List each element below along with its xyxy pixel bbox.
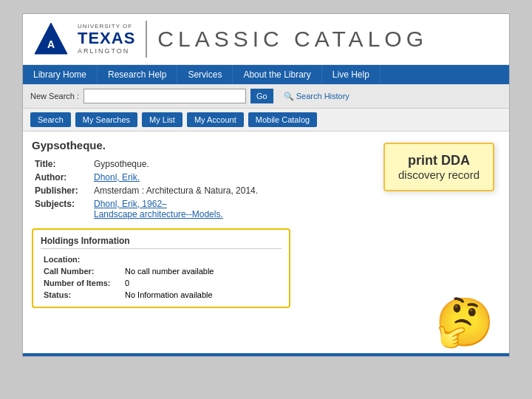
holdings-label-location: Location: <box>41 253 122 265</box>
search-input[interactable] <box>83 89 246 103</box>
nav-services[interactable]: Services <box>177 65 233 84</box>
page-container: A UNIVERSITY OF TEXAS ARLINGTON CLASSIC … <box>22 13 510 357</box>
table-row: Call Number: No call number available <box>41 265 282 277</box>
holdings-value-status: No Information available <box>122 289 282 301</box>
my-searches-button[interactable]: My Searches <box>75 112 137 127</box>
table-row: Number of Items: 0 <box>41 277 282 289</box>
nav-bar: Library Home Research Help Services Abou… <box>23 65 509 84</box>
my-list-button[interactable]: My List <box>142 112 183 127</box>
field-label-subjects: Subjects: <box>32 197 91 221</box>
holdings-label-items: Number of Items: <box>41 277 122 289</box>
tooltip-line1: print DDA <box>398 153 480 168</box>
field-label-publisher: Publisher: <box>32 184 91 197</box>
holdings-label-callnumber: Call Number: <box>41 265 122 277</box>
second-nav: Search My Searches My List My Account Mo… <box>23 109 509 132</box>
nav-research-help[interactable]: Research Help <box>98 65 177 84</box>
go-button[interactable]: Go <box>250 89 273 103</box>
holdings-table: Location: Call Number: No call number av… <box>41 253 282 301</box>
holdings-value-callnumber: No call number available <box>122 265 282 277</box>
logo-text: UNIVERSITY OF TEXAS ARLINGTON <box>78 24 135 55</box>
search-label: New Search : <box>30 92 79 100</box>
table-row: Location: <box>41 253 282 265</box>
field-label-author: Author: <box>32 171 91 184</box>
nav-library-home[interactable]: Library Home <box>23 65 98 84</box>
texas-label: TEXAS <box>78 30 135 47</box>
search-bar: New Search : Go 🔍 Search History <box>23 84 509 109</box>
field-value-subjects: Dhonl, Erik, 1962– Landscape architectur… <box>91 197 500 221</box>
uta-logo: A <box>32 20 70 58</box>
subject-link-2[interactable]: Landscape architecture--Models. <box>94 209 497 219</box>
holdings-header: Holdings Information <box>41 236 282 249</box>
tooltip-box: print DDA discovery record <box>383 143 494 191</box>
mobile-catalog-button[interactable]: Mobile Catalog <box>248 112 317 127</box>
bottom-bar <box>23 353 509 356</box>
my-account-button[interactable]: My Account <box>187 112 244 127</box>
svg-text:A: A <box>47 38 55 50</box>
header: A UNIVERSITY OF TEXAS ARLINGTON CLASSIC … <box>23 14 509 65</box>
search-icon: 🔍 <box>284 92 294 101</box>
holdings-section: Holdings Information Location: Call Numb… <box>32 228 290 308</box>
search-history-link[interactable]: 🔍 Search History <box>284 92 349 101</box>
search-button[interactable]: Search <box>30 112 71 127</box>
main-content: print DDA discovery record Gypsotheque. … <box>23 132 509 353</box>
holdings-label-status: Status: <box>41 289 122 301</box>
arlington-label: ARLINGTON <box>78 48 135 55</box>
confused-emoji: 🤔 <box>435 299 494 346</box>
tooltip-line2: discovery record <box>398 168 480 181</box>
holdings-value-items: 0 <box>122 277 282 289</box>
table-row: Status: No Information available <box>41 289 282 301</box>
nav-live-help[interactable]: Live Help <box>322 65 381 84</box>
logo-area: A UNIVERSITY OF TEXAS ARLINGTON <box>32 20 135 58</box>
table-row: Subjects: Dhonl, Erik, 1962– Landscape a… <box>32 197 500 221</box>
search-history-label: Search History <box>296 92 349 100</box>
header-divider <box>146 21 147 58</box>
catalog-title: CLASSIC CATALOG <box>157 27 428 52</box>
subject-link-1[interactable]: Dhonl, Erik, 1962– <box>94 199 497 209</box>
holdings-value-location <box>122 253 282 265</box>
field-label-title: Title: <box>32 157 91 171</box>
nav-about-library[interactable]: About the Library <box>233 65 321 84</box>
